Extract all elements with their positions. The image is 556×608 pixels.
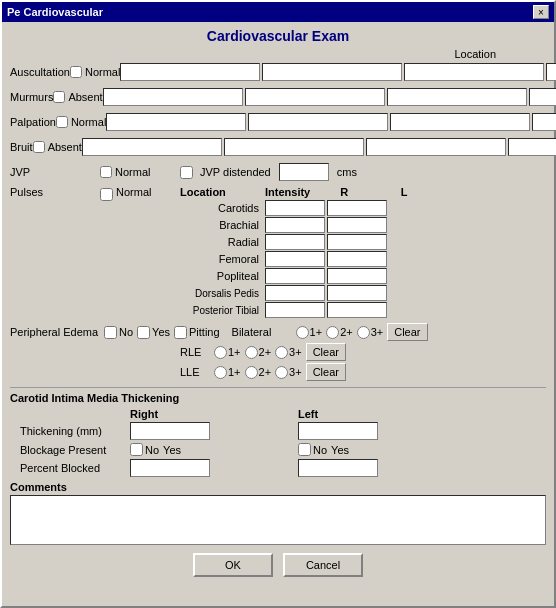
carotids-l[interactable] xyxy=(327,200,387,216)
left-percent-input[interactable] xyxy=(298,459,378,477)
edema-pitting-checkbox[interactable] xyxy=(174,326,187,339)
pulse-radial: Radial xyxy=(180,234,546,250)
pulse-posterior-tibial: Posterior Tibial xyxy=(180,302,546,318)
auscultation-row: Auscultation Normal xyxy=(10,61,546,83)
rle-1plus[interactable]: 1+ xyxy=(214,346,241,359)
bilateral-label: Bilateral xyxy=(232,326,292,338)
radial-label: Radial xyxy=(180,236,265,248)
bruit-location[interactable] xyxy=(508,138,556,156)
edema-yes-checkbox[interactable] xyxy=(137,326,150,339)
popliteal-l[interactable] xyxy=(327,268,387,284)
pulses-check[interactable]: Normal xyxy=(100,186,180,319)
bruit-input-3[interactable] xyxy=(366,138,506,156)
lle-clear-button[interactable]: Clear xyxy=(306,363,346,381)
left-blockage-no[interactable]: No xyxy=(298,443,327,456)
right-blockage-no[interactable]: No xyxy=(130,443,159,456)
palpation-input-3[interactable] xyxy=(390,113,530,131)
edema-yes-check[interactable]: Yes xyxy=(137,326,170,339)
femoral-l[interactable] xyxy=(327,251,387,267)
auscultation-checkbox[interactable] xyxy=(70,66,82,78)
right-percent-input[interactable] xyxy=(130,459,210,477)
murmurs-input-1[interactable] xyxy=(103,88,243,106)
lle-2plus[interactable]: 2+ xyxy=(245,366,272,379)
auscultation-label: Auscultation xyxy=(10,66,70,78)
palpation-input-2[interactable] xyxy=(248,113,388,131)
bilateral-clear-button[interactable]: Clear xyxy=(387,323,427,341)
bilateral-2plus[interactable]: 2+ xyxy=(326,326,353,339)
rle-2plus[interactable]: 2+ xyxy=(245,346,272,359)
right-thickening-input[interactable] xyxy=(130,422,210,440)
posterior-tibial-label: Posterior Tibial xyxy=(180,305,265,316)
brachial-r[interactable] xyxy=(265,217,325,233)
palpation-location[interactable] xyxy=(532,113,556,131)
pulse-carotids: Carotids xyxy=(180,200,546,216)
bruit-checkbox[interactable] xyxy=(33,141,45,153)
radial-r[interactable] xyxy=(265,234,325,250)
jvp-distended-value[interactable] xyxy=(279,163,329,181)
pulses-checkbox[interactable] xyxy=(100,188,113,201)
bruit-input-2[interactable] xyxy=(224,138,364,156)
carotid-blockage-row: Blockage Present No Yes xyxy=(20,443,268,456)
pulses-rl-headers: R L xyxy=(314,186,434,198)
jvp-checkbox[interactable] xyxy=(100,166,112,178)
auscultation-input-1[interactable] xyxy=(120,63,260,81)
murmurs-check[interactable]: Absent xyxy=(53,91,102,103)
palpation-check[interactable]: Normal xyxy=(56,116,106,128)
close-button[interactable]: × xyxy=(533,5,549,19)
edema-no-checkbox[interactable] xyxy=(104,326,117,339)
murmurs-label: Murmurs xyxy=(10,91,53,103)
murmurs-location[interactable] xyxy=(529,88,556,106)
popliteal-r[interactable] xyxy=(265,268,325,284)
dorsalis-r[interactable] xyxy=(265,285,325,301)
lle-1plus[interactable]: 1+ xyxy=(214,366,241,379)
edema-no-check[interactable]: No xyxy=(104,326,133,339)
rle-clear-button[interactable]: Clear xyxy=(306,343,346,361)
carotid-blockage-row-left: No Yes xyxy=(298,443,546,456)
right-col-header: Right xyxy=(130,408,268,420)
ok-button[interactable]: OK xyxy=(193,553,273,577)
bruit-check-label: Absent xyxy=(48,141,82,153)
posterior-tibial-l[interactable] xyxy=(327,302,387,318)
bilateral-1plus[interactable]: 1+ xyxy=(296,326,323,339)
pulse-femoral: Femoral xyxy=(180,251,546,267)
radial-l[interactable] xyxy=(327,234,387,250)
rle-3plus[interactable]: 3+ xyxy=(275,346,302,359)
carotid-left-col: Right Thickening (mm) Blockage Present N… xyxy=(20,408,268,477)
murmurs-input-3[interactable] xyxy=(387,88,527,106)
pulses-detail: Location Intensity R L Carotids B xyxy=(180,186,546,319)
carotids-r[interactable] xyxy=(265,200,325,216)
auscultation-location[interactable] xyxy=(546,63,556,81)
murmurs-row: Murmurs Absent xyxy=(10,86,546,108)
posterior-tibial-r[interactable] xyxy=(265,302,325,318)
comments-textarea[interactable] xyxy=(10,495,546,545)
femoral-r[interactable] xyxy=(265,251,325,267)
auscultation-input-3[interactable] xyxy=(404,63,544,81)
auscultation-check[interactable]: Normal xyxy=(70,66,120,78)
comments-section: Comments xyxy=(10,481,546,547)
jvp-check[interactable]: Normal xyxy=(100,166,180,178)
edema-pitting-check[interactable]: Pitting xyxy=(174,326,220,339)
palpation-checkbox[interactable] xyxy=(56,116,68,128)
edema-label: Peripheral Edema xyxy=(10,326,100,338)
brachial-l[interactable] xyxy=(327,217,387,233)
edema-pitting-label: Pitting xyxy=(189,326,220,338)
percent-label: Percent Blocked xyxy=(20,462,130,474)
bruit-check[interactable]: Absent xyxy=(33,141,82,153)
bruit-input-1[interactable] xyxy=(82,138,222,156)
murmurs-input-2[interactable] xyxy=(245,88,385,106)
pulses-check-label: Normal xyxy=(116,186,151,198)
palpation-input-1[interactable] xyxy=(106,113,246,131)
dorsalis-l[interactable] xyxy=(327,285,387,301)
lle-3plus[interactable]: 3+ xyxy=(275,366,302,379)
auscultation-input-2[interactable] xyxy=(262,63,402,81)
bilateral-3plus[interactable]: 3+ xyxy=(357,326,384,339)
carotid-thickening-row: Thickening (mm) xyxy=(20,422,268,440)
jvp-row: JVP Normal JVP distended cms xyxy=(10,161,546,183)
jvp-distended-checkbox[interactable] xyxy=(180,166,193,179)
jvp-label: JVP xyxy=(10,166,100,178)
popliteal-label: Popliteal xyxy=(180,270,265,282)
l-header: L xyxy=(374,186,434,198)
murmurs-checkbox[interactable] xyxy=(53,91,65,103)
left-thickening-input[interactable] xyxy=(298,422,378,440)
cancel-button[interactable]: Cancel xyxy=(283,553,363,577)
